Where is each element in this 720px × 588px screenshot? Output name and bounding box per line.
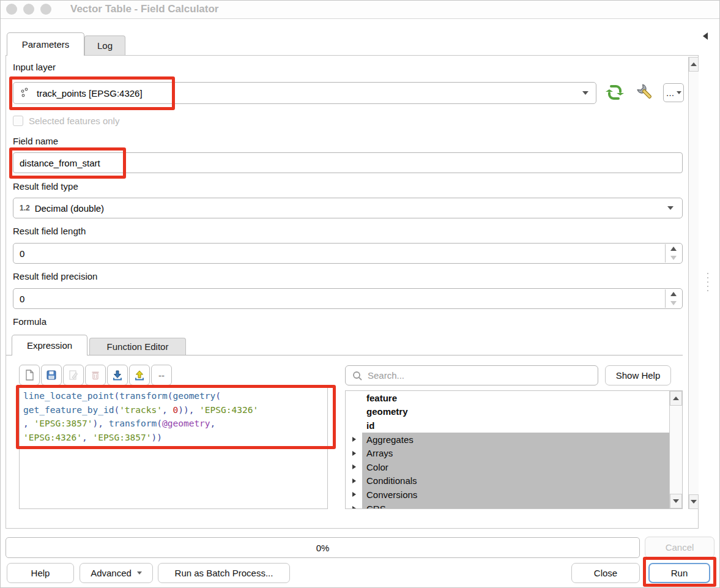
- advanced-options-wrench-icon[interactable]: [634, 81, 656, 103]
- result-field-type-value: Decimal (double): [35, 203, 104, 214]
- field-calculator-dialog: Vector Table - Field Calculator Paramete…: [0, 0, 720, 588]
- formula-label: Formula: [13, 316, 46, 327]
- chevron-down-icon: [137, 571, 142, 575]
- tab-expression[interactable]: Expression: [12, 335, 87, 355]
- clear-expression-button[interactable]: --: [151, 365, 172, 385]
- expand-arrow-icon[interactable]: [346, 502, 362, 508]
- iterate-over-layer-icon[interactable]: [604, 81, 626, 103]
- new-expression-icon: [23, 369, 35, 381]
- parameters-scrollbar[interactable]: [688, 57, 699, 509]
- function-list-item-label: Color: [362, 460, 669, 474]
- scroll-down-icon[interactable]: [689, 494, 699, 509]
- search-input[interactable]: Search...: [345, 365, 598, 385]
- expand-arrow-icon[interactable]: [346, 433, 362, 447]
- close-button[interactable]: Close: [571, 563, 640, 583]
- result-field-precision-spinner[interactable]: 0: [13, 288, 683, 309]
- function-list-item-label: Arrays: [362, 446, 669, 460]
- result-field-length-spinner[interactable]: 0: [13, 243, 683, 264]
- result-field-length-value: 0: [20, 248, 24, 259]
- function-list-item[interactable]: Conversions: [346, 488, 669, 502]
- tab-parameters[interactable]: Parameters: [7, 32, 84, 56]
- scroll-up-icon[interactable]: [670, 391, 682, 406]
- run-as-batch-label: Run as Batch Process...: [175, 568, 273, 578]
- chevron-down-icon: [667, 206, 674, 210]
- field-name-label: Field name: [13, 136, 58, 146]
- ellipsis-label: …: [666, 88, 675, 98]
- input-layer-value: track_points [EPSG:4326]: [37, 88, 143, 99]
- function-list-item[interactable]: Aggregates: [346, 433, 669, 447]
- expand-arrow-icon[interactable]: [346, 446, 362, 460]
- chevron-down-icon: [582, 91, 588, 95]
- tab-parameters-label: Parameters: [22, 39, 70, 50]
- new-expression-button[interactable]: [19, 365, 40, 385]
- traffic-light-close-button[interactable]: [6, 4, 17, 15]
- show-help-label: Show Help: [616, 370, 661, 381]
- spin-buttons[interactable]: [665, 289, 681, 308]
- tab-function-editor-label: Function Editor: [107, 341, 169, 352]
- save-expression-button[interactable]: [41, 365, 62, 385]
- tab-log[interactable]: Log: [84, 35, 125, 55]
- tab-log-label: Log: [97, 40, 113, 51]
- function-list-item-label: Aggregates: [362, 433, 669, 447]
- advanced-button[interactable]: Advanced: [80, 563, 153, 583]
- function-list-item[interactable]: feature: [346, 391, 669, 405]
- function-list-item[interactable]: Color: [346, 460, 669, 474]
- scroll-down-icon[interactable]: [670, 494, 682, 508]
- tab-function-editor[interactable]: Function Editor: [89, 338, 186, 355]
- save-expression-icon: [45, 369, 58, 381]
- function-list-item[interactable]: Arrays: [346, 446, 669, 460]
- function-list-item-label: id: [362, 419, 669, 433]
- result-field-length-label: Result field length: [13, 226, 86, 236]
- expression-tabline: [6, 355, 683, 355]
- code-line: , 'EPSG:3857'), transform(@geometry,: [23, 417, 324, 431]
- spin-buttons[interactable]: [665, 244, 681, 262]
- function-list-item[interactable]: Conditionals: [346, 474, 669, 488]
- field-name-input[interactable]: distance_from_start: [13, 152, 683, 173]
- function-list-item[interactable]: CRS: [346, 502, 669, 508]
- code-line: 'EPSG:4326', 'EPSG:3857')): [23, 431, 324, 445]
- spin-up-icon[interactable]: [666, 289, 681, 299]
- search-icon: [352, 370, 363, 381]
- input-layer-combo[interactable]: track_points [EPSG:4326]: [13, 82, 596, 104]
- collapse-panel-icon[interactable]: [703, 32, 708, 40]
- spin-up-icon[interactable]: [666, 244, 681, 253]
- export-expression-icon: [133, 369, 146, 381]
- run-button[interactable]: Run: [648, 563, 710, 583]
- function-list-item[interactable]: id: [346, 419, 669, 433]
- expand-arrow-icon[interactable]: [346, 474, 362, 488]
- dash-label: --: [158, 370, 165, 381]
- traffic-light-zoom-button[interactable]: [40, 4, 51, 15]
- close-label: Close: [594, 568, 617, 578]
- titlebar: Vector Table - Field Calculator: [1, 1, 719, 19]
- run-as-batch-button[interactable]: Run as Batch Process...: [158, 563, 290, 583]
- function-list: featuregeometryidAggregatesArraysColorCo…: [345, 390, 683, 509]
- edit-expression-button[interactable]: [63, 365, 84, 385]
- function-list-item-label: geometry: [362, 405, 669, 419]
- scroll-up-icon[interactable]: [689, 57, 699, 72]
- result-field-type-combo[interactable]: 1.2 Decimal (double): [13, 198, 683, 218]
- expand-arrow-icon[interactable]: [346, 488, 362, 502]
- expression-code[interactable]: line_locate_point(transform(geometry(get…: [19, 386, 328, 509]
- selected-features-label: Selected features only: [29, 116, 119, 126]
- spin-down-icon[interactable]: [666, 253, 681, 262]
- more-options-button[interactable]: …: [663, 83, 684, 102]
- traffic-light-minimize-button[interactable]: [23, 4, 34, 15]
- function-list-item[interactable]: geometry: [346, 405, 669, 419]
- cancel-button[interactable]: Cancel: [645, 537, 714, 558]
- splitter-handle[interactable]: [706, 270, 710, 294]
- show-help-button[interactable]: Show Help: [605, 365, 671, 385]
- input-layer-label: Input layer: [13, 62, 56, 72]
- point-layer-icon: [20, 87, 32, 99]
- export-expression-button[interactable]: [129, 365, 150, 385]
- help-button[interactable]: Help: [7, 563, 74, 583]
- result-field-precision-value: 0: [20, 294, 24, 304]
- delete-expression-button[interactable]: [85, 365, 106, 385]
- field-name-value: distance_from_start: [20, 158, 100, 168]
- expand-arrow-icon[interactable]: [346, 460, 362, 474]
- row-gutter: [346, 391, 362, 405]
- selected-features-checkbox[interactable]: [13, 116, 23, 126]
- spin-down-icon[interactable]: [666, 299, 681, 308]
- import-expression-button[interactable]: [107, 365, 128, 385]
- function-list-scrollbar[interactable]: [669, 391, 682, 508]
- result-field-type-label: Result field type: [13, 181, 78, 192]
